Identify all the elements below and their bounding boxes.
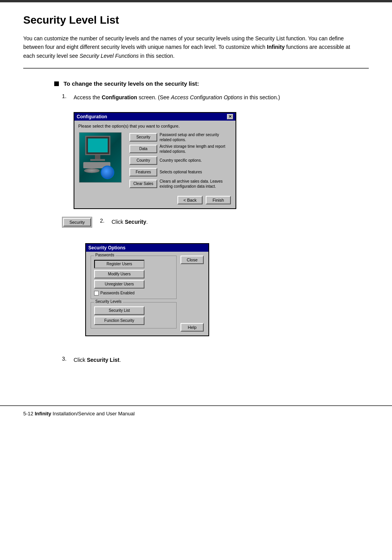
config-dialog-screenshot: Configuration ✕ Please select the option… (74, 112, 236, 209)
config-clearsales-desc: Clears all archive sales data. Leaves ex… (160, 179, 231, 189)
config-security-label: Security (136, 135, 150, 139)
config-close-icon[interactable]: ✕ (227, 114, 233, 119)
security-help-button[interactable]: Help (181, 323, 204, 332)
monitor-base (90, 159, 105, 161)
step1-italic1: Access Configuration Options (171, 94, 242, 100)
security-levels-group-content: Security List Function Security (94, 306, 173, 325)
config-row-features: Features Selects optional features (129, 167, 231, 177)
config-computer-image (79, 132, 122, 183)
footer-text2: Installation/Service and User Manual (51, 411, 134, 417)
monitor-icon (85, 136, 110, 155)
config-features-label: Features (136, 170, 151, 174)
section-content: To change the security levels on the sec… (23, 80, 369, 370)
page-title: Security Level List (23, 14, 369, 26)
step-2-text: Click Security. (112, 218, 148, 226)
step-1-text: Access the Configuration screen. (See Ac… (74, 93, 280, 102)
config-features-button[interactable]: Features (129, 168, 157, 176)
config-back-button[interactable]: < Back (177, 196, 203, 204)
globe-icon (101, 166, 114, 179)
step-3: 3. Click Security List. (62, 356, 121, 364)
config-title-label: Configuration (77, 114, 107, 119)
step3-text2: . (119, 357, 121, 363)
disc-icon (84, 168, 100, 173)
security-options-titlebar: Security Options (86, 244, 208, 252)
intro-italic1: Security Level Functions (80, 53, 139, 59)
bullet-heading: To change the security levels on the sec… (54, 80, 369, 87)
passwords-groupbox: Passwords Register Users Modify Users Un… (91, 256, 177, 299)
config-country-button[interactable]: Country (129, 156, 157, 165)
step-1: 1. Access the Configuration screen. (See… (62, 93, 369, 102)
config-features-desc: Selects optional features (160, 169, 202, 175)
config-row-data: Data Archive storage time length and rep… (129, 144, 231, 154)
step3-bold1: Security List (87, 357, 119, 363)
step3-text1: Click (74, 357, 87, 363)
bullet-heading-text: To change the security levels on the sec… (64, 80, 199, 87)
step2-bold1: Security (125, 219, 146, 225)
security-levels-group-label: Security Levels (94, 299, 123, 304)
step-2: 2. Click Security. (100, 218, 148, 226)
config-titlebar: Configuration ✕ (74, 113, 236, 121)
config-data-label: Data (139, 147, 147, 151)
passwords-enabled-row: Passwords Enabled (94, 291, 173, 296)
unregister-users-button[interactable]: Unregister Users (94, 280, 144, 289)
step-3-row: 3. Click Security List. (62, 356, 369, 370)
step-2-num: 2. (100, 218, 112, 224)
security-options-dialog: Security Options Passwords Register User… (85, 243, 209, 336)
config-rows: Security Password setup and other securi… (129, 132, 231, 189)
step1-text1: Access the (74, 94, 101, 100)
security-list-button[interactable]: Security List (94, 306, 144, 315)
page-footer: 5-12 Infinity Installation/Service and U… (0, 405, 392, 421)
config-security-button[interactable]: Security (129, 133, 157, 142)
step1-text3: in this section.) (242, 94, 280, 100)
config-body: Security Password setup and other securi… (74, 128, 236, 194)
monitor-screen (88, 138, 108, 152)
step2-text1: Click (112, 219, 125, 225)
config-clearsales-button[interactable]: Clear Sales (129, 180, 157, 188)
intro-paragraph: You can customize the number of security… (23, 34, 352, 60)
passwords-group-label: Passwords (94, 253, 115, 257)
config-dialog: Configuration ✕ Please select the option… (74, 112, 236, 209)
security-options-right: Close Help (181, 256, 204, 332)
footer-bold1: Infinity (35, 411, 52, 417)
function-security-button[interactable]: Function Security (94, 316, 144, 325)
page-content: Security Level List You can customize th… (0, 2, 392, 394)
config-security-desc: Password setup and other security relate… (160, 132, 231, 142)
config-options-area: Security Password setup and other securi… (129, 132, 231, 189)
step-1-num: 1. (62, 93, 74, 99)
steps-list: 1. Access the Configuration screen. (See… (54, 93, 369, 370)
config-finish-button[interactable]: Finish (206, 196, 231, 204)
passwords-group-content: Register Users Modify Users Unregister U… (94, 260, 173, 296)
config-footer: < Back Finish (74, 194, 236, 208)
monitor-stand (95, 155, 100, 159)
security-options-body: Passwords Register Users Modify Users Un… (86, 252, 208, 335)
modify-users-button[interactable]: Modify Users (94, 270, 144, 278)
config-data-desc: Archive storage time length and report r… (160, 144, 231, 154)
step-3-num: 3. (62, 356, 74, 362)
config-prompt: Please select the option(s) that you wan… (78, 124, 180, 128)
security-options-title: Security Options (88, 245, 126, 251)
security-close-button[interactable]: Close (181, 256, 204, 264)
register-users-button[interactable]: Register Users (94, 260, 144, 268)
security-inline-button[interactable]: Security (63, 218, 91, 226)
step1-bold1: Configuration (101, 94, 137, 100)
step1-text2: screen. (See (137, 94, 171, 100)
config-clearsales-label: Clear Sales (133, 181, 153, 186)
config-data-button[interactable]: Data (129, 145, 157, 153)
footer-text1: 5-12 (23, 411, 35, 417)
intro-text3: in this section. (139, 53, 175, 59)
security-levels-groupbox: Security Levels Security List Function S… (91, 302, 177, 328)
step2-text2: . (146, 219, 148, 225)
security-options-left: Passwords Register Users Modify Users Un… (91, 256, 177, 332)
config-country-label: Country (136, 158, 150, 162)
section-divider (23, 68, 369, 69)
config-country-desc: Country specific options. (160, 158, 202, 163)
config-image-area (79, 132, 126, 189)
passwords-enabled-checkbox[interactable] (94, 291, 99, 296)
security-options-screenshot: Security Options Passwords Register User… (74, 239, 209, 344)
step-2-row: Security 2. Click Security. (62, 217, 369, 228)
intro-bold1: Infinity (267, 44, 285, 50)
config-row-country: Country Country specific options. (129, 156, 231, 166)
bullet-square-icon (54, 81, 59, 86)
config-row-clearsales: Clear Sales Clears all archive sales dat… (129, 179, 231, 189)
config-row-security: Security Password setup and other securi… (129, 132, 231, 142)
